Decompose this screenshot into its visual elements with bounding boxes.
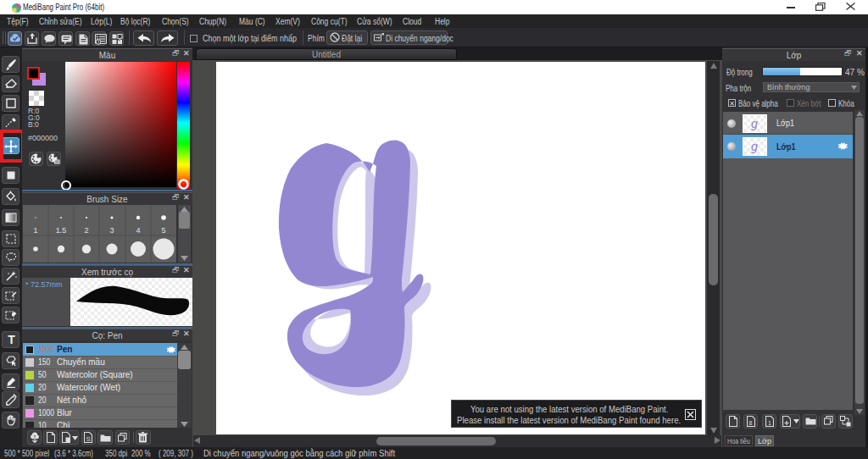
svg-text:5: 5 [161,226,165,235]
svg-text:1: 1 [768,420,771,426]
svg-text:2: 2 [84,226,88,235]
svg-text:g: g [751,117,758,130]
svg-text:1.5: 1.5 [56,226,67,235]
svg-text:g: g [751,140,758,153]
svg-text:4: 4 [136,226,140,235]
svg-text:3: 3 [109,226,114,235]
svg-text:8: 8 [749,420,753,426]
svg-text:S: S [86,435,91,443]
svg-text:1: 1 [33,226,37,235]
